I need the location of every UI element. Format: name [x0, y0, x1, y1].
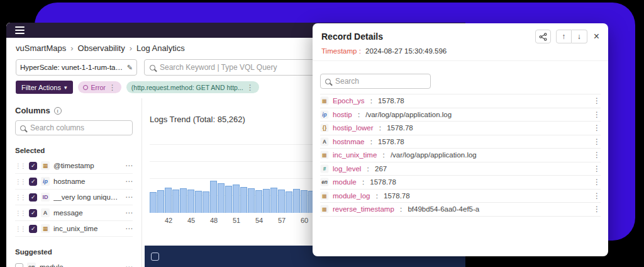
filter-actions-button[interactable]: Filter Actions ▾	[16, 81, 73, 94]
chart-bar[interactable]	[255, 190, 262, 213]
field-menu-icon[interactable]	[593, 192, 601, 200]
datasource-value: HyperScale: vunet-1-1-rum-tablesr...	[20, 64, 125, 71]
more-options-icon[interactable]	[125, 178, 133, 185]
column-label: __very long uniqueiden...	[53, 193, 121, 201]
field-separator: :	[369, 97, 375, 105]
column-label: module	[40, 263, 121, 267]
kebab-menu-icon[interactable]	[247, 84, 254, 91]
drag-handle-icon[interactable]	[15, 194, 25, 201]
chart-bar[interactable]	[210, 181, 217, 213]
x-tick-label: 54	[248, 217, 270, 224]
screen: vuSmartMapsObservabilityLog Analytics Hy…	[0, 0, 644, 267]
datasource-select[interactable]: HyperScale: vunet-1-1-rum-tablesr... ✎	[16, 59, 137, 76]
field-menu-icon[interactable]	[593, 178, 601, 186]
field-menu-icon[interactable]	[593, 165, 601, 173]
chart-bar[interactable]	[293, 189, 300, 213]
drag-handle-icon[interactable]	[15, 225, 25, 232]
columns-panel: Columns Selected ▦ @timestamp	[6, 98, 142, 267]
breadcrumb-item[interactable]: Observability	[78, 43, 136, 53]
column-label: message	[53, 209, 121, 217]
filter-actions-label: Filter Actions	[21, 84, 61, 91]
vql-search-input[interactable]	[160, 63, 309, 72]
query-filter-label: (http.request.method: GET AND http...	[131, 84, 243, 91]
chart-bar[interactable]	[157, 190, 164, 213]
drag-handle-icon[interactable]	[15, 178, 25, 185]
chart-bar[interactable]	[165, 188, 172, 213]
x-tick-label: 42	[157, 217, 180, 224]
table-panel-icon[interactable]	[151, 253, 159, 261]
previous-record-button[interactable]: ↑	[556, 30, 572, 43]
more-options-icon[interactable]	[125, 209, 133, 217]
chart-bar[interactable]	[301, 190, 308, 213]
chart-bar[interactable]	[203, 191, 209, 213]
chart-bar[interactable]	[172, 190, 179, 213]
chart-bar[interactable]	[286, 191, 292, 213]
timestamp-value: 2024-08-27 15:30:49.596	[365, 47, 447, 55]
chart-bar[interactable]	[187, 190, 194, 213]
columns-search-input[interactable]	[30, 123, 128, 132]
field-menu-icon[interactable]	[593, 124, 601, 132]
field-menu-icon[interactable]	[593, 151, 601, 159]
fields-search-input[interactable]	[335, 77, 426, 86]
field-value: /var/log/app/application.log	[391, 151, 589, 159]
edit-pencil-icon[interactable]: ✎	[127, 64, 133, 72]
chart-bar[interactable]	[225, 186, 232, 213]
close-icon[interactable]: ×	[592, 31, 601, 42]
column-row: ip hostname	[15, 174, 133, 190]
chart-bar[interactable]	[278, 190, 285, 213]
column-checkbox[interactable]	[29, 209, 37, 217]
calendar-icon: ▦	[321, 191, 329, 200]
column-checkbox[interactable]	[29, 193, 37, 202]
chart-bar[interactable]	[263, 189, 270, 213]
hamburger-menu-icon[interactable]	[15, 26, 25, 34]
suggested-columns-list: en module	[15, 259, 133, 267]
chart-bar[interactable]	[180, 188, 187, 213]
more-options-icon[interactable]	[125, 162, 133, 169]
field-separator: :	[377, 124, 384, 132]
columns-search-box	[15, 120, 133, 135]
field-menu-icon[interactable]	[593, 205, 601, 213]
kebab-menu-icon[interactable]	[109, 84, 116, 91]
column-row: en module	[15, 259, 133, 267]
column-row: ▦ @timestamp	[15, 158, 133, 174]
chart-bar[interactable]	[240, 187, 247, 213]
breadcrumb-item[interactable]: Log Analytics	[136, 43, 185, 53]
field-value: 267	[375, 165, 589, 173]
breadcrumb: vuSmartMapsObservabilityLog Analytics	[16, 43, 185, 53]
record-details-panel: Record Details ↑ ↓ × Timestamp : 2024-08…	[313, 23, 608, 256]
column-checkbox[interactable]	[29, 178, 37, 186]
more-options-icon[interactable]	[125, 225, 133, 232]
column-checkbox[interactable]	[15, 263, 23, 267]
selected-columns-list: ▦ @timestamp ip hostname	[15, 158, 133, 237]
chart-bar[interactable]	[233, 185, 240, 213]
share-button[interactable]	[535, 30, 551, 43]
more-options-icon[interactable]	[125, 263, 133, 267]
column-checkbox[interactable]	[29, 225, 37, 233]
columns-title: Columns	[15, 106, 50, 115]
field-name: module	[333, 178, 357, 186]
chart-bar[interactable]	[270, 188, 277, 213]
chart-bar[interactable]	[150, 192, 157, 213]
next-record-button[interactable]: ↓	[572, 30, 587, 43]
drag-handle-icon[interactable]	[15, 210, 25, 217]
field-value: 1578.78	[370, 178, 589, 186]
field-menu-icon[interactable]	[593, 97, 601, 105]
vql-search-box	[144, 59, 315, 76]
column-checkbox[interactable]	[29, 162, 37, 170]
field-name: reverse_timestamp	[333, 205, 394, 213]
chevron-down-icon: ▾	[64, 84, 67, 91]
chart-bar[interactable]	[248, 188, 255, 213]
letter-icon: A	[321, 137, 329, 145]
field-separator: :	[356, 111, 362, 118]
chart-bar[interactable]	[195, 191, 202, 213]
query-filter-pill[interactable]: (http.request.method: GET AND http...	[126, 81, 259, 93]
field-menu-icon[interactable]	[593, 111, 601, 118]
error-filter-pill[interactable]: Error	[78, 81, 121, 93]
more-options-icon[interactable]	[125, 193, 133, 201]
field-menu-icon[interactable]	[593, 138, 601, 145]
field-separator: :	[365, 165, 371, 173]
breadcrumb-item[interactable]: vuSmartMaps	[16, 43, 78, 53]
chart-bar[interactable]	[218, 183, 225, 213]
info-icon[interactable]	[54, 107, 62, 115]
drag-handle-icon[interactable]	[15, 162, 25, 169]
